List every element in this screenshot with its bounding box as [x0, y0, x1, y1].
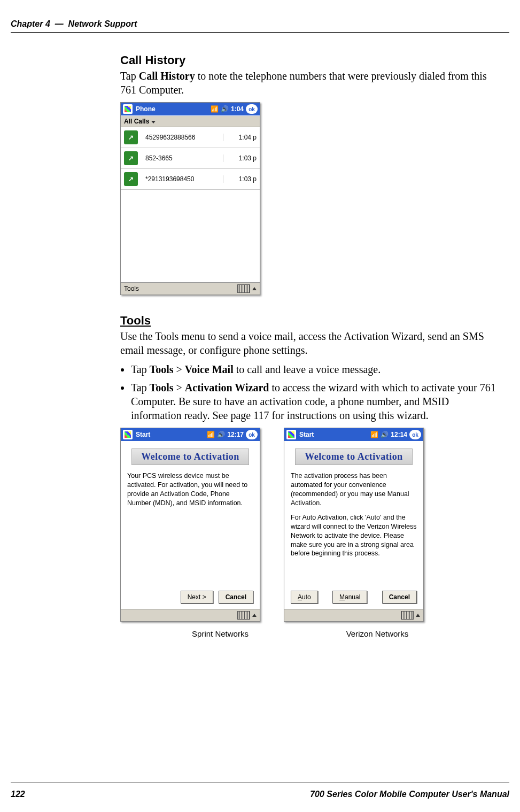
bottom-bar: Tools [121, 282, 260, 295]
keyboard-icon[interactable] [237, 284, 250, 293]
activation-heading: Welcome to Activation [131, 448, 249, 465]
start-flag-icon[interactable] [286, 430, 296, 439]
signal-icon[interactable]: 📶 [207, 431, 215, 438]
tools-bullets: Tap Tools > Voice Mail to call and leave… [120, 362, 500, 422]
tools-heading: Tools [120, 314, 500, 328]
caption-sprint: Sprint Networks [151, 629, 290, 638]
call-number: 45299632888566 [145, 134, 223, 141]
clock: 12:14 [391, 431, 407, 438]
activation-heading: Welcome to Activation [295, 448, 412, 465]
activation-text1: The activation process has been automate… [291, 471, 417, 508]
bullet-voicemail: Tap Tools > Voice Mail to call and leave… [131, 362, 500, 376]
auto-button[interactable]: Auto [291, 591, 318, 604]
call-number: *2913193698450 [145, 175, 223, 183]
call-time: 1:03 p [223, 154, 257, 162]
bottom-bar [284, 609, 423, 621]
chapter-label: Chapter 4 [11, 19, 50, 28]
ok-button[interactable]: ok [246, 104, 258, 114]
header-rule [11, 32, 509, 33]
activation-text: Your PCS wireless device must be activat… [127, 471, 253, 508]
titlebar-title: Phone [136, 105, 211, 113]
bullet-activation: Tap Tools > Activation Wizard to access … [131, 381, 500, 422]
clock: 1:04 [231, 105, 244, 113]
keyboard-icon[interactable] [237, 611, 250, 620]
chevron-down-icon [151, 121, 156, 123]
arrow-up-icon[interactable] [252, 287, 257, 290]
keyboard-icon[interactable] [401, 611, 414, 620]
speaker-icon[interactable]: 🔊 [381, 431, 389, 438]
titlebar-phone: Phone 📶 🔊 1:04 ok [121, 103, 260, 115]
filter-bar[interactable]: All Calls [121, 115, 260, 127]
footer-rule [11, 783, 509, 783]
page-footer: 122 700 Series Color Mobile Computer Use… [11, 790, 509, 799]
manual-button[interactable]: Manual [332, 591, 367, 604]
filter-label: All Calls [124, 118, 149, 125]
activation-sprint-screenshot: Start 📶 🔊 12:17 ok Welcome to Activation… [120, 428, 260, 622]
call-number: 852-3665 [145, 154, 223, 162]
call-history-screenshot: Phone 📶 🔊 1:04 ok All Calls ↗ 4529963288… [120, 102, 260, 295]
signal-icon[interactable]: 📶 [211, 105, 219, 113]
titlebar-title: Start [299, 431, 370, 438]
tools-menu[interactable]: Tools [124, 285, 139, 292]
clock: 12:17 [227, 431, 244, 438]
activation-verizon-screenshot: Start 📶 🔊 12:14 ok Welcome to Activation… [284, 428, 424, 622]
call-history-para: Tap Call History to note the telephone n… [120, 69, 500, 97]
ok-button[interactable]: ok [246, 430, 258, 439]
titlebar-sprint: Start 📶 🔊 12:17 ok [121, 428, 260, 441]
call-row[interactable]: ↗ *2913193698450 1:03 p [121, 169, 260, 190]
manual-title: 700 Series Color Mobile Computer User's … [310, 790, 509, 799]
dash: — [55, 19, 64, 28]
signal-icon[interactable]: 📶 [370, 431, 378, 438]
start-flag-icon[interactable] [123, 104, 133, 114]
tools-para: Use the Tools menu to send a voice mail,… [120, 330, 500, 357]
chapter-title: Network Support [68, 19, 137, 28]
call-out-icon: ↗ [124, 172, 138, 186]
call-list: ↗ 45299632888566 1:04 p ↗ 852-3665 1:03 … [121, 127, 260, 282]
ok-button[interactable]: ok [409, 430, 421, 439]
speaker-icon[interactable]: 🔊 [217, 431, 225, 438]
call-row[interactable]: ↗ 852-3665 1:03 p [121, 148, 260, 169]
activation-body: Welcome to Activation The activation pro… [284, 441, 423, 609]
call-out-icon: ↗ [124, 130, 138, 144]
call-row[interactable]: ↗ 45299632888566 1:04 p [121, 127, 260, 148]
cancel-button[interactable]: Cancel [219, 591, 253, 604]
running-head: Chapter 4 — Network Support [11, 19, 137, 29]
next-button[interactable]: Next > [181, 591, 213, 604]
arrow-up-icon[interactable] [252, 614, 257, 617]
call-time: 1:03 p [223, 175, 257, 183]
speaker-icon[interactable]: 🔊 [221, 105, 229, 113]
caption-verizon: Verizon Networks [308, 629, 447, 638]
cancel-button[interactable]: Cancel [382, 591, 417, 604]
call-history-heading: Call History [120, 53, 500, 67]
bottom-bar [121, 609, 260, 621]
page-number: 122 [11, 790, 25, 799]
activation-text2: For Auto Activation, click 'Auto' and th… [291, 513, 417, 558]
activation-body: Welcome to Activation Your PCS wireless … [121, 441, 260, 609]
start-flag-icon[interactable] [123, 430, 133, 439]
titlebar-title: Start [136, 431, 207, 438]
call-time: 1:04 p [223, 134, 257, 141]
titlebar-verizon: Start 📶 🔊 12:14 ok [284, 428, 423, 441]
arrow-up-icon[interactable] [416, 614, 420, 617]
call-out-icon: ↗ [124, 151, 138, 165]
